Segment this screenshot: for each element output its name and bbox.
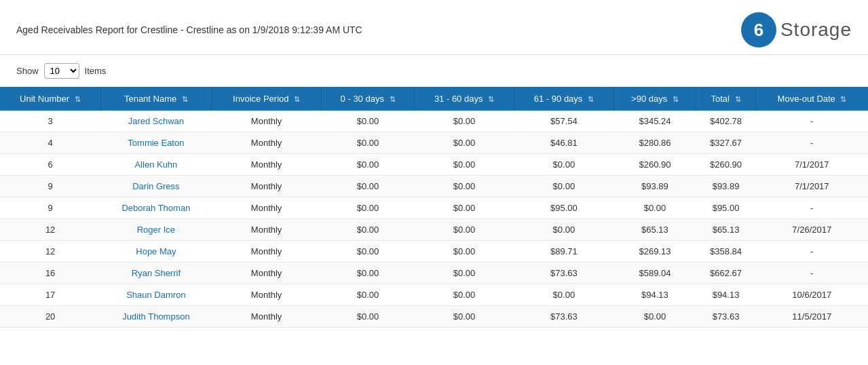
sort-icon-total: ⇅ [735, 95, 741, 104]
cell-unit: 6 [0, 154, 100, 176]
cell-moveout: - [756, 263, 868, 284]
cell-030: $0.00 [322, 284, 415, 306]
cell-tenant: Jared Schwan [100, 111, 211, 132]
cell-moveout: - [756, 111, 868, 132]
logo-circle: 6 [741, 12, 776, 47]
per-page-select[interactable]: 10 25 50 100 [44, 63, 79, 79]
cell-6190: $0.00 [514, 176, 614, 197]
cell-3160: $0.00 [415, 241, 514, 263]
cell-6190: $0.00 [514, 284, 614, 306]
cell-030: $0.00 [322, 306, 415, 328]
cell-tenant: Tommie Eaton [100, 132, 211, 154]
cell-unit: 3 [0, 111, 100, 132]
table-body: 3Jared SchwanMonthly$0.00$0.00$57.54$345… [0, 111, 868, 328]
cell-90plus: $269.13 [614, 241, 696, 263]
cell-unit: 9 [0, 176, 100, 197]
table-row: 9Darin GressMonthly$0.00$0.00$0.00$93.89… [0, 176, 868, 197]
col-31-60[interactable]: 31 - 60 days ⇅ [415, 87, 514, 111]
cell-3160: $0.00 [415, 306, 514, 328]
header-row: Unit Number ⇅ Tenant Name ⇅ Invoice Peri… [0, 87, 868, 111]
col-tenant-name[interactable]: Tenant Name ⇅ [100, 87, 211, 111]
logo-number: 6 [754, 20, 763, 41]
col-invoice-period[interactable]: Invoice Period ⇅ [212, 87, 322, 111]
sort-icon-6190: ⇅ [588, 95, 594, 104]
sort-icon-030: ⇅ [390, 95, 396, 104]
cell-tenant: Judith Thompson [100, 306, 211, 328]
cell-90plus: $93.89 [614, 176, 696, 197]
cell-invoice: Monthly [212, 263, 322, 284]
cell-total: $260.90 [696, 154, 756, 176]
sort-icon-90plus: ⇅ [673, 95, 679, 104]
sort-icon-invoice: ⇅ [294, 95, 300, 104]
table-header: Unit Number ⇅ Tenant Name ⇅ Invoice Peri… [0, 87, 868, 111]
cell-3160: $0.00 [415, 219, 514, 241]
cell-3160: $0.00 [415, 197, 514, 219]
cell-030: $0.00 [322, 111, 415, 132]
col-61-90[interactable]: 61 - 90 days ⇅ [514, 87, 614, 111]
cell-total: $358.84 [696, 241, 756, 263]
sort-icon-tenant: ⇅ [182, 95, 188, 104]
cell-unit: 12 [0, 241, 100, 263]
cell-6190: $89.71 [514, 241, 614, 263]
cell-invoice: Monthly [212, 111, 322, 132]
cell-6190: $57.54 [514, 111, 614, 132]
col-unit-number[interactable]: Unit Number ⇅ [0, 87, 100, 111]
cell-030: $0.00 [322, 176, 415, 197]
cell-3160: $0.00 [415, 154, 514, 176]
cell-tenant: Ryan Sherrif [100, 263, 211, 284]
table-row: 17Shaun DamronMonthly$0.00$0.00$0.00$94.… [0, 284, 868, 306]
cell-invoice: Monthly [212, 176, 322, 197]
cell-moveout: 11/5/2017 [756, 306, 868, 328]
cell-invoice: Monthly [212, 241, 322, 263]
cell-90plus: $589.04 [614, 263, 696, 284]
cell-moveout: 7/26/2017 [756, 219, 868, 241]
sort-icon-moveout: ⇅ [840, 95, 846, 104]
cell-unit: 17 [0, 284, 100, 306]
cell-3160: $0.00 [415, 263, 514, 284]
cell-total: $94.13 [696, 284, 756, 306]
cell-moveout: 7/1/2017 [756, 154, 868, 176]
cell-90plus: $0.00 [614, 197, 696, 219]
cell-tenant: Roger Ice [100, 219, 211, 241]
cell-030: $0.00 [322, 263, 415, 284]
cell-90plus: $260.90 [614, 154, 696, 176]
col-moveout[interactable]: Move-out Date ⇅ [756, 87, 868, 111]
col-total[interactable]: Total ⇅ [696, 87, 756, 111]
table-row: 9Deborah ThomanMonthly$0.00$0.00$95.00$0… [0, 197, 868, 219]
cell-90plus: $345.24 [614, 111, 696, 132]
cell-moveout: 10/6/2017 [756, 284, 868, 306]
cell-030: $0.00 [322, 132, 415, 154]
cell-invoice: Monthly [212, 154, 322, 176]
cell-030: $0.00 [322, 241, 415, 263]
cell-030: $0.00 [322, 197, 415, 219]
cell-6190: $73.63 [514, 306, 614, 328]
cell-unit: 4 [0, 132, 100, 154]
col-90plus[interactable]: >90 days ⇅ [614, 87, 696, 111]
cell-total: $402.78 [696, 111, 756, 132]
col-0-30[interactable]: 0 - 30 days ⇅ [322, 87, 415, 111]
cell-invoice: Monthly [212, 197, 322, 219]
cell-moveout: - [756, 197, 868, 219]
cell-90plus: $280.86 [614, 132, 696, 154]
table-row: 12Roger IceMonthly$0.00$0.00$0.00$65.13$… [0, 219, 868, 241]
cell-030: $0.00 [322, 219, 415, 241]
table-row: 4Tommie EatonMonthly$0.00$0.00$46.81$280… [0, 132, 868, 154]
cell-moveout: - [756, 132, 868, 154]
cell-invoice: Monthly [212, 219, 322, 241]
cell-total: $662.67 [696, 263, 756, 284]
cell-invoice: Monthly [212, 132, 322, 154]
sort-icon-3160: ⇅ [488, 95, 494, 104]
sort-icon-unit: ⇅ [75, 95, 81, 104]
table-row: 6Allen KuhnMonthly$0.00$0.00$0.00$260.90… [0, 154, 868, 176]
cell-90plus: $0.00 [614, 306, 696, 328]
cell-total: $327.67 [696, 132, 756, 154]
cell-6190: $46.81 [514, 132, 614, 154]
cell-total: $95.00 [696, 197, 756, 219]
cell-total: $93.89 [696, 176, 756, 197]
cell-unit: 12 [0, 219, 100, 241]
cell-invoice: Monthly [212, 284, 322, 306]
cell-unit: 20 [0, 306, 100, 328]
table-row: 20Judith ThompsonMonthly$0.00$0.00$73.63… [0, 306, 868, 328]
table-row: 12Hope MayMonthly$0.00$0.00$89.71$269.13… [0, 241, 868, 263]
cell-invoice: Monthly [212, 306, 322, 328]
